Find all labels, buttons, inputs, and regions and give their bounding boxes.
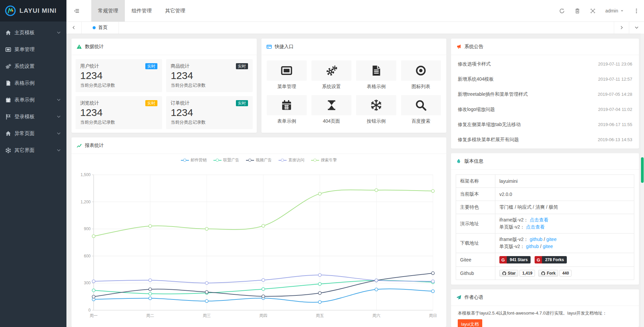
- chevron-down-icon: [634, 25, 639, 30]
- announcement-row[interactable]: 新增treetable插件和菜单管理样式2019-07-05 14:28: [458, 87, 632, 102]
- author-intro-text: 本模板基于layui2.5.4以及font-awesome-4.7.0进行实现。…: [458, 310, 632, 317]
- announcement-row[interactable]: 新增系统404模板2019-07-11 12:57: [458, 72, 632, 87]
- quick-entry-item[interactable]: 按钮示例: [356, 95, 396, 124]
- header-nav-tab[interactable]: 组件管理: [125, 0, 158, 22]
- warning-triangle-icon: [77, 44, 82, 49]
- header-nav-tab[interactable]: 其它管理: [158, 0, 192, 22]
- legend-item[interactable]: 邮件营销: [181, 157, 207, 163]
- collapse-sidebar-button[interactable]: [66, 0, 87, 22]
- legend-item[interactable]: 搜索引擎: [311, 157, 337, 163]
- link-gitee[interactable]: gitee: [543, 244, 553, 249]
- fullscreen-button[interactable]: [585, 0, 601, 22]
- link-github[interactable]: github: [530, 237, 542, 242]
- github-icon: [502, 271, 506, 276]
- header-nav-tabs: 常规管理组件管理其它管理: [91, 0, 192, 22]
- sidebar-item[interactable]: 表格示例: [0, 75, 66, 91]
- link-github[interactable]: github: [526, 244, 539, 249]
- scrollbar-thumb[interactable]: [641, 157, 644, 183]
- stat-title: 商品统计: [171, 63, 190, 69]
- announcement-row[interactable]: 修改logo缩放问题2019-07-04 11:02: [458, 102, 632, 117]
- sidebar-item[interactable]: 其它界面: [0, 142, 66, 159]
- announcement-date: 2019-06-17 11:55: [598, 122, 632, 127]
- icon-home: [5, 131, 11, 136]
- stat-card: 商品统计实时1234当前分类总记录数: [166, 59, 253, 92]
- sidebar-item[interactable]: 菜单管理: [0, 41, 66, 58]
- stat-title: 订单统计: [171, 100, 190, 106]
- panel-title: 系统公告: [464, 44, 483, 50]
- quick-entry-label: 菜单管理: [267, 84, 307, 90]
- legend-label: 邮件营销: [191, 157, 207, 163]
- legend-item[interactable]: 联盟广告: [213, 157, 239, 163]
- version-label: 框架名称: [456, 175, 495, 188]
- tab-home[interactable]: 首页: [82, 22, 119, 34]
- quick-entry-item[interactable]: 表格示例: [356, 60, 396, 90]
- page-scrollbar[interactable]: [641, 34, 644, 327]
- legend-item[interactable]: 直接访问: [279, 157, 304, 163]
- stat-value: 1234: [80, 70, 157, 82]
- panel-author-words: 作者心语 本模板基于layui2.5.4以及font-awesome-4.7.0…: [451, 289, 639, 327]
- announcement-row[interactable]: 修改选项卡样式2019-07-11 23:06: [458, 56, 632, 72]
- quick-entry-item[interactable]: 系统设置: [311, 60, 351, 90]
- announcement-text: 修复左侧菜单缩放tab无法移动: [458, 122, 521, 128]
- report-line-chart: 周一周二周三周四周五周六周日03006009001,2001,500: [71, 164, 446, 325]
- sidebar-item[interactable]: 系统设置: [0, 58, 66, 75]
- quick-entry-grid: 菜单管理系统设置表格示例图标列表表单示例404页面按钮示例百度搜索: [261, 55, 447, 130]
- panel-data-stats-header: 数据统计: [71, 39, 257, 55]
- version-table-row: 演示地址iframe版-v2： 点击查看单页版-v2： 点击查看: [456, 214, 634, 234]
- panel-report-header: 报表统计: [71, 137, 446, 154]
- sidebar: LAYUI MINI 主页模板菜单管理系统设置表格示例表单示例登录模板异常页面其…: [0, 0, 66, 327]
- gitee-badge[interactable]: G278 Forks: [535, 256, 567, 263]
- header-actions: admin: [554, 0, 644, 22]
- legend-marker: [279, 160, 287, 161]
- legend-marker: [246, 160, 254, 161]
- link-点击查看[interactable]: 点击查看: [526, 224, 545, 230]
- quick-entry-item[interactable]: 表单示例: [267, 95, 307, 124]
- legend-item[interactable]: 视频广告: [246, 157, 272, 163]
- chevron-down-icon: [56, 148, 61, 153]
- version-label: 演示地址: [456, 214, 495, 233]
- header-nav-tab[interactable]: 常规管理: [91, 0, 125, 22]
- tabs-dropdown-button[interactable]: [629, 22, 644, 34]
- stat-value: 1234: [171, 107, 248, 119]
- svg-text:600: 600: [84, 254, 91, 258]
- github-star-button[interactable]: Star1,419: [499, 270, 535, 277]
- quick-entry-label: 404页面: [311, 118, 351, 124]
- announcement-row[interactable]: 修复多模块菜单栏展开有问题2019-06-13 14:53: [458, 132, 632, 147]
- stats-grid: 用户统计实时1234当前分类总记录数商品统计实时1234当前分类总记录数浏览统计…: [71, 55, 257, 133]
- tabs-scroll-left-button[interactable]: [66, 22, 82, 34]
- quick-entry-item[interactable]: 菜单管理: [267, 60, 307, 90]
- sidebar-item[interactable]: 主页模板: [0, 24, 66, 41]
- link-点击查看[interactable]: 点击查看: [530, 217, 548, 222]
- sidebar-item-label: 表单示例: [14, 97, 56, 103]
- quick-entry-label: 表单示例: [267, 118, 307, 124]
- stat-caption: 当前分类总记录数: [80, 82, 157, 88]
- announcement-row[interactable]: 修复左侧菜单缩放tab无法移动2019-06-17 11:55: [458, 117, 632, 132]
- quick-entry-item[interactable]: 图标列表: [401, 60, 441, 90]
- more-menu-button[interactable]: [629, 0, 644, 22]
- quick-entry-label: 按钮示例: [356, 118, 396, 124]
- quick-entry-item[interactable]: 百度搜索: [401, 95, 441, 124]
- panel-announcements-header: 系统公告: [451, 39, 639, 55]
- quick-entry-item[interactable]: 404页面: [311, 95, 351, 124]
- user-menu[interactable]: admin: [601, 0, 629, 22]
- brand-logo[interactable]: LAYUI MINI: [0, 0, 66, 22]
- clear-cache-button[interactable]: [570, 0, 585, 22]
- panel-title: 快捷入口: [275, 44, 294, 50]
- github-fork-button[interactable]: Fork440: [538, 270, 572, 277]
- realtime-badge: 实时: [236, 63, 248, 69]
- panel-title: 数据统计: [85, 44, 104, 50]
- link-gitee[interactable]: gitee: [546, 237, 556, 242]
- panel-version-info: 版本信息 框架名称layuimini当前版本v2.0.0主要特色零门槛 / 响应…: [451, 153, 639, 285]
- tabs-scroll-right-button[interactable]: [614, 22, 629, 34]
- version-label: 下载地址: [456, 234, 495, 253]
- panel-report-stats: 报表统计 邮件营销联盟广告视频广告直接访问搜索引擎 周一周二周三周四周五周六周日…: [71, 137, 446, 327]
- sidebar-item[interactable]: 异常页面: [0, 125, 66, 142]
- github-count: 440: [559, 270, 572, 277]
- announcement-text: 新增系统404模板: [458, 76, 494, 82]
- sidebar-item[interactable]: 表单示例: [0, 91, 66, 108]
- gitee-badge[interactable]: G941 Stars: [499, 256, 531, 263]
- refresh-button[interactable]: [554, 0, 570, 22]
- panel-data-stats: 数据统计 用户统计实时1234当前分类总记录数商品统计实时1234当前分类总记录…: [71, 39, 257, 133]
- layui-doc-button[interactable]: layui文档: [458, 319, 482, 327]
- sidebar-item[interactable]: 登录模板: [0, 108, 66, 125]
